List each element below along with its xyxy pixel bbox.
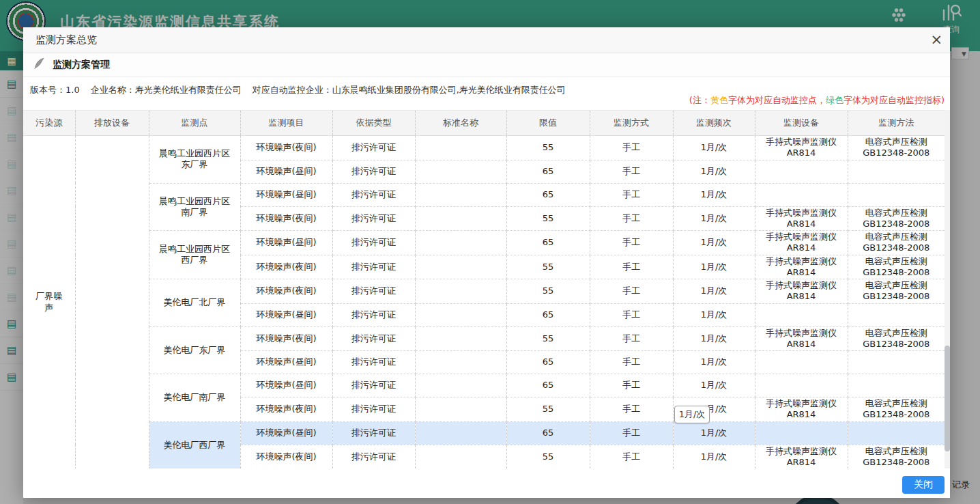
cell-standard-name: [415, 279, 506, 304]
table-row[interactable]: 美伦电厂西厂界环境噪声(昼间)排污许可证65手工1月/次: [23, 421, 945, 445]
frequency-tooltip: 1月/次: [674, 406, 710, 423]
note-suffix: 字体为对应自动监控指标): [844, 95, 945, 105]
cell-monitor-method: [848, 303, 945, 326]
monitoring-plan-modal: 监测方案总览 × 监测方案管理 版本号：1.0企业名称：寿光美伦纸业有限责任公司…: [23, 27, 950, 497]
cell-limit: 65: [506, 421, 590, 445]
cell-monitor-method: 电容式声压检测 GB12348-2008: [848, 255, 945, 279]
close-button[interactable]: 关闭: [902, 476, 945, 494]
cell-basis-type: 排污许可证: [332, 136, 415, 160]
cell-monitor-item: 环境噪声(昼间): [240, 303, 332, 326]
cell-monitor-mode: 手工: [590, 279, 673, 304]
cell-monitor-point: 美伦电厂西厂界: [149, 421, 240, 468]
table-row[interactable]: 厂界噪 声晨鸣工业园西片区 东厂界环境噪声(夜间)排污许可证55手工1月/次手持…: [23, 136, 945, 160]
cell-monitor-point: 美伦电厂北厂界: [149, 279, 240, 327]
cell-monitor-mode: 手工: [590, 255, 673, 279]
cell-basis-type: 排污许可证: [332, 445, 415, 468]
cell-monitor-point: 晨鸣工业园西片区 南厂界: [149, 183, 240, 231]
cell-monitor-frequency: 1月/次: [673, 255, 755, 279]
cell-pollution-source: 厂界噪 声: [23, 136, 75, 469]
cell-monitor-item: 环境噪声(夜间): [240, 255, 332, 279]
cell-monitor-method: [848, 160, 945, 183]
cell-standard-name: [415, 255, 506, 279]
cell-monitor-item: 环境噪声(夜间): [240, 397, 332, 422]
cell-basis-type: 排污许可证: [332, 183, 415, 206]
cell-monitor-device: 手持式噪声监测仪 AR814: [755, 279, 848, 304]
column-header: 监测方法: [848, 111, 945, 136]
column-header: 依据类型: [332, 111, 415, 136]
cell-basis-type: 排污许可证: [332, 374, 415, 397]
cell-monitor-device: [755, 303, 848, 326]
color-legend-note: (注：黄色字体为对应自动监控点，绿色字体为对应自动监控指标): [689, 94, 945, 107]
cell-limit: 55: [506, 397, 590, 422]
cell-monitor-mode: 手工: [590, 351, 673, 374]
cell-limit: 65: [506, 303, 590, 326]
cell-monitor-item: 环境噪声(昼间): [240, 183, 332, 206]
close-icon[interactable]: ×: [930, 31, 942, 48]
cell-basis-type: 排污许可证: [332, 160, 415, 183]
table-row[interactable]: 美伦电厂北厂界环境噪声(夜间)排污许可证55手工1月/次手持式噪声监测仪 AR8…: [23, 279, 945, 304]
cell-monitor-frequency: 1月/次: [673, 374, 755, 397]
screen: 山东省污染源监测信息共享系统: [0, 0, 980, 504]
cell-monitor-item: 环境噪声(夜间): [240, 279, 332, 304]
cell-monitor-device: 手持式噪声监测仪 AR814: [755, 206, 848, 231]
cell-limit: 65: [506, 231, 590, 255]
column-header: 监测点: [149, 111, 240, 136]
note-middle: 字体为对应自动监控点，: [728, 95, 826, 105]
cell-monitor-mode: 手工: [590, 160, 673, 183]
cell-monitor-method: 电容式声压检测 GB12348-2008: [848, 231, 945, 255]
cell-limit: 55: [506, 255, 590, 279]
modal-titlebar: 监测方案总览 ×: [23, 27, 950, 53]
cell-monitor-point: 美伦电厂南厂界: [149, 374, 240, 422]
cell-monitor-mode: 手工: [590, 206, 673, 231]
cell-monitor-method: [848, 374, 945, 397]
cell-monitor-method: 电容式声压检测 GB12348-2008: [848, 445, 945, 468]
cell-monitor-mode: 手工: [590, 183, 673, 206]
cell-monitor-device: [755, 351, 848, 374]
cell-emission-equipment: [75, 136, 149, 469]
cell-monitor-device: [755, 160, 848, 183]
cell-standard-name: [415, 421, 506, 445]
note-green-word: 绿色: [826, 95, 844, 105]
version-label: 版本号：: [30, 85, 66, 95]
cell-standard-name: [415, 206, 506, 231]
cell-monitor-mode: 手工: [590, 303, 673, 326]
cell-monitor-item: 环境噪声(夜间): [240, 136, 332, 160]
cell-monitor-method: 电容式声压检测 GB12348-2008: [848, 206, 945, 231]
auto-company-value: 山东晨鸣纸业集团股份有限公司,寿光美伦纸业有限责任公司: [332, 85, 566, 95]
cell-monitor-frequency: 1月/次: [673, 160, 755, 183]
vertical-scrollbar-track[interactable]: [945, 110, 950, 468]
cell-monitor-mode: 手工: [590, 326, 673, 351]
table-row[interactable]: 美伦电厂南厂界环境噪声(昼间)排污许可证65手工1月/次: [23, 374, 945, 397]
cell-monitor-device: [755, 183, 848, 206]
column-header: 标准名称: [415, 111, 506, 136]
version-value: 1.0: [66, 85, 80, 95]
cell-monitor-device: 手持式噪声监测仪 AR814: [755, 231, 848, 255]
table-row[interactable]: 晨鸣工业园西片区 西厂界环境噪声(昼间)排污许可证65手工1月/次手持式噪声监测…: [23, 231, 945, 255]
auto-company-label: 对应自动监控企业：: [253, 85, 332, 95]
cell-standard-name: [415, 326, 506, 351]
vertical-scrollbar-thumb[interactable]: [945, 346, 950, 451]
cell-standard-name: [415, 351, 506, 374]
cell-monitor-mode: 手工: [590, 136, 673, 160]
cell-monitor-item: 环境噪声(昼间): [240, 374, 332, 397]
cell-monitor-item: 环境噪声(昼间): [240, 421, 332, 445]
cell-monitor-item: 环境噪声(昼间): [240, 351, 332, 374]
table-row[interactable]: 美伦电厂东厂界环境噪声(夜间)排污许可证55手工1月/次手持式噪声监测仪 AR8…: [23, 326, 945, 351]
cell-basis-type: 排污许可证: [332, 206, 415, 231]
cell-monitor-method: [848, 421, 945, 445]
cell-monitor-point: 晨鸣工业园西片区 西厂界: [149, 231, 240, 279]
modal-title: 监测方案总览: [35, 33, 97, 46]
cell-basis-type: 排污许可证: [332, 351, 415, 374]
cell-basis-type: 排污许可证: [332, 303, 415, 326]
cell-standard-name: [415, 445, 506, 468]
cell-standard-name: [415, 374, 506, 397]
cell-monitor-frequency: 1月/次: [673, 326, 755, 351]
table-row[interactable]: 晨鸣工业园西片区 南厂界环境噪声(昼间)排污许可证65手工1月/次: [23, 183, 945, 206]
column-header: 污染源: [23, 111, 75, 136]
cell-monitor-device: 手持式噪声监测仪 AR814: [755, 326, 848, 351]
cell-standard-name: [415, 303, 506, 326]
table-header-row: 污染源排放设备监测点监测项目依据类型标准名称限值监测方式监测频次监测设备监测方法: [23, 111, 945, 136]
cell-limit: 55: [506, 326, 590, 351]
cell-basis-type: 排污许可证: [332, 279, 415, 304]
cell-monitor-mode: 手工: [590, 231, 673, 255]
